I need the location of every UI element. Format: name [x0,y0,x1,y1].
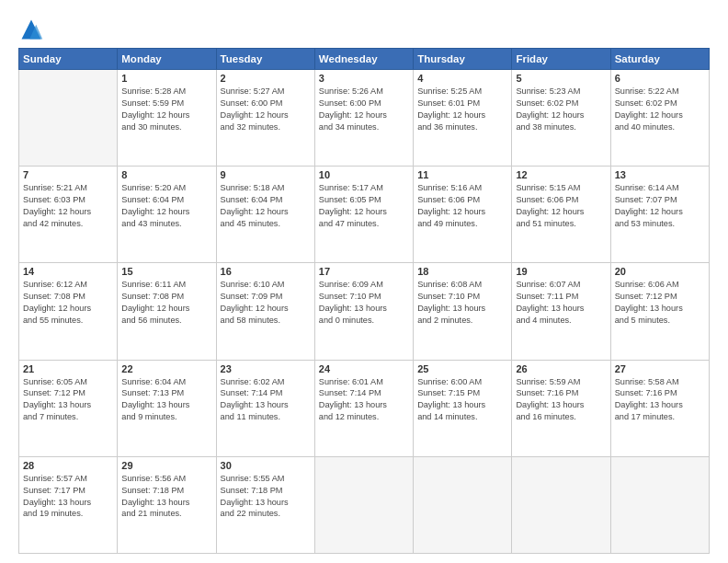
calendar-cell: 16Sunrise: 6:10 AM Sunset: 7:09 PM Dayli… [216,263,314,360]
day-info: Sunrise: 5:17 AM Sunset: 6:05 PM Dayligh… [319,182,409,230]
day-info: Sunrise: 5:25 AM Sunset: 6:01 PM Dayligh… [417,86,507,133]
day-info: Sunrise: 5:16 AM Sunset: 6:06 PM Dayligh… [417,182,507,230]
day-info: Sunrise: 5:58 AM Sunset: 7:16 PM Dayligh… [615,376,705,424]
day-info: Sunrise: 5:23 AM Sunset: 6:02 PM Dayligh… [516,86,606,133]
day-info: Sunrise: 5:20 AM Sunset: 6:04 PM Dayligh… [121,182,211,230]
calendar-cell: 15Sunrise: 6:11 AM Sunset: 7:08 PM Dayli… [118,263,216,360]
day-info: Sunrise: 5:15 AM Sunset: 6:06 PM Dayligh… [516,182,606,230]
calendar-cell: 9Sunrise: 5:18 AM Sunset: 6:04 PM Daylig… [216,167,314,263]
day-number: 2 [221,73,311,84]
calendar-header-wednesday: Wednesday [314,49,413,70]
day-number: 27 [615,363,705,374]
logo [18,17,48,42]
day-number: 26 [516,363,606,374]
calendar-week-4: 21Sunrise: 6:05 AM Sunset: 7:12 PM Dayli… [19,360,710,456]
calendar-cell: 18Sunrise: 6:08 AM Sunset: 7:10 PM Dayli… [414,263,512,360]
day-info: Sunrise: 5:55 AM Sunset: 7:18 PM Dayligh… [221,473,311,521]
calendar-cell [19,70,118,167]
day-number: 10 [319,169,409,180]
day-number: 11 [417,169,507,180]
calendar-cell: 7Sunrise: 5:21 AM Sunset: 6:03 PM Daylig… [19,167,118,263]
calendar-cell: 19Sunrise: 6:07 AM Sunset: 7:11 PM Dayli… [512,263,610,360]
day-number: 17 [319,266,409,277]
day-info: Sunrise: 6:08 AM Sunset: 7:10 PM Dayligh… [417,279,507,327]
day-number: 13 [615,169,705,180]
day-number: 1 [121,73,211,84]
day-number: 12 [516,169,606,180]
calendar-cell: 5Sunrise: 5:23 AM Sunset: 6:02 PM Daylig… [512,70,610,167]
calendar-cell: 14Sunrise: 6:12 AM Sunset: 7:08 PM Dayli… [19,263,118,360]
day-info: Sunrise: 6:04 AM Sunset: 7:13 PM Dayligh… [121,376,211,424]
day-number: 29 [121,460,211,471]
day-number: 9 [221,169,311,180]
day-info: Sunrise: 6:02 AM Sunset: 7:14 PM Dayligh… [221,376,311,424]
day-number: 28 [23,460,113,471]
calendar-header-friday: Friday [512,49,610,70]
day-info: Sunrise: 6:00 AM Sunset: 7:15 PM Dayligh… [417,376,507,424]
day-info: Sunrise: 5:59 AM Sunset: 7:16 PM Dayligh… [516,376,606,424]
calendar-cell: 3Sunrise: 5:26 AM Sunset: 6:00 PM Daylig… [314,70,413,167]
logo-icon [18,17,44,42]
day-number: 8 [121,169,211,180]
day-info: Sunrise: 6:05 AM Sunset: 7:12 PM Dayligh… [23,376,113,424]
day-number: 18 [417,266,507,277]
day-info: Sunrise: 5:18 AM Sunset: 6:04 PM Dayligh… [221,182,311,230]
header [18,17,710,42]
calendar-cell: 27Sunrise: 5:58 AM Sunset: 7:16 PM Dayli… [610,360,709,456]
calendar-week-5: 28Sunrise: 5:57 AM Sunset: 7:17 PM Dayli… [19,456,710,553]
day-number: 25 [417,363,507,374]
calendar-cell [610,456,709,553]
calendar-week-3: 14Sunrise: 6:12 AM Sunset: 7:08 PM Dayli… [19,263,710,360]
calendar-cell: 29Sunrise: 5:56 AM Sunset: 7:18 PM Dayli… [118,456,216,553]
calendar-header-tuesday: Tuesday [216,49,314,70]
day-number: 19 [516,266,606,277]
day-number: 22 [121,363,211,374]
day-info: Sunrise: 5:21 AM Sunset: 6:03 PM Dayligh… [23,182,113,230]
calendar-week-1: 1Sunrise: 5:28 AM Sunset: 5:59 PM Daylig… [19,70,710,167]
day-info: Sunrise: 6:01 AM Sunset: 7:14 PM Dayligh… [319,376,409,424]
day-info: Sunrise: 6:12 AM Sunset: 7:08 PM Dayligh… [23,279,113,327]
calendar: SundayMondayTuesdayWednesdayThursdayFrid… [18,48,710,554]
day-number: 14 [23,266,113,277]
calendar-header-thursday: Thursday [414,49,512,70]
day-number: 15 [121,266,211,277]
day-info: Sunrise: 5:28 AM Sunset: 5:59 PM Dayligh… [121,86,211,133]
day-info: Sunrise: 6:07 AM Sunset: 7:11 PM Dayligh… [516,279,606,327]
calendar-header-sunday: Sunday [19,49,118,70]
calendar-cell: 17Sunrise: 6:09 AM Sunset: 7:10 PM Dayli… [314,263,413,360]
day-number: 20 [615,266,705,277]
calendar-cell [414,456,512,553]
calendar-cell: 30Sunrise: 5:55 AM Sunset: 7:18 PM Dayli… [216,456,314,553]
day-info: Sunrise: 5:56 AM Sunset: 7:18 PM Dayligh… [121,473,211,521]
calendar-cell: 22Sunrise: 6:04 AM Sunset: 7:13 PM Dayli… [118,360,216,456]
page: SundayMondayTuesdayWednesdayThursdayFrid… [0,0,728,563]
calendar-cell: 2Sunrise: 5:27 AM Sunset: 6:00 PM Daylig… [216,70,314,167]
day-number: 23 [221,363,311,374]
calendar-header-saturday: Saturday [610,49,709,70]
day-info: Sunrise: 5:57 AM Sunset: 7:17 PM Dayligh… [23,473,113,521]
day-number: 24 [319,363,409,374]
calendar-cell: 8Sunrise: 5:20 AM Sunset: 6:04 PM Daylig… [118,167,216,263]
day-info: Sunrise: 6:14 AM Sunset: 7:07 PM Dayligh… [615,182,705,230]
day-number: 30 [221,460,311,471]
calendar-cell: 6Sunrise: 5:22 AM Sunset: 6:02 PM Daylig… [610,70,709,167]
calendar-cell: 24Sunrise: 6:01 AM Sunset: 7:14 PM Dayli… [314,360,413,456]
calendar-header-monday: Monday [118,49,216,70]
calendar-cell: 20Sunrise: 6:06 AM Sunset: 7:12 PM Dayli… [610,263,709,360]
calendar-cell [314,456,413,553]
day-number: 3 [319,73,409,84]
day-info: Sunrise: 6:11 AM Sunset: 7:08 PM Dayligh… [121,279,211,327]
day-info: Sunrise: 6:09 AM Sunset: 7:10 PM Dayligh… [319,279,409,327]
day-number: 21 [23,363,113,374]
calendar-cell: 11Sunrise: 5:16 AM Sunset: 6:06 PM Dayli… [414,167,512,263]
day-number: 5 [516,73,606,84]
day-info: Sunrise: 6:06 AM Sunset: 7:12 PM Dayligh… [615,279,705,327]
calendar-week-2: 7Sunrise: 5:21 AM Sunset: 6:03 PM Daylig… [19,167,710,263]
day-info: Sunrise: 6:10 AM Sunset: 7:09 PM Dayligh… [221,279,311,327]
day-number: 6 [615,73,705,84]
calendar-cell: 4Sunrise: 5:25 AM Sunset: 6:01 PM Daylig… [414,70,512,167]
day-info: Sunrise: 5:22 AM Sunset: 6:02 PM Dayligh… [615,86,705,133]
calendar-cell: 28Sunrise: 5:57 AM Sunset: 7:17 PM Dayli… [19,456,118,553]
calendar-cell: 13Sunrise: 6:14 AM Sunset: 7:07 PM Dayli… [610,167,709,263]
calendar-cell: 23Sunrise: 6:02 AM Sunset: 7:14 PM Dayli… [216,360,314,456]
